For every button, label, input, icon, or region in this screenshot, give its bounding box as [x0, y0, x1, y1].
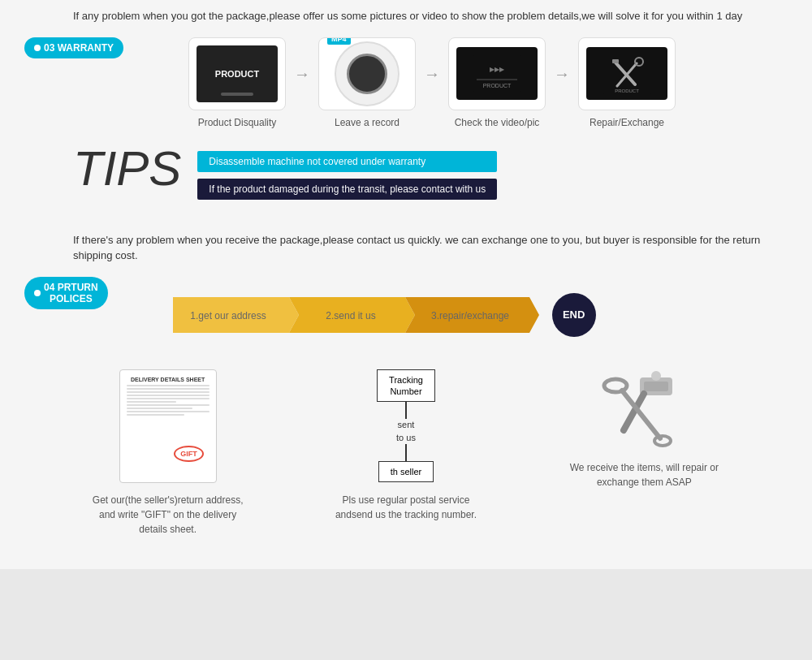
repair-image: PRODUCT	[578, 37, 676, 110]
sheet-line	[127, 391, 209, 393]
return-badge: 04 PRTURN POLICES	[24, 277, 108, 310]
svg-text:▶▶▶: ▶▶▶	[490, 66, 505, 73]
tools-svg: PRODUCT	[603, 54, 651, 94]
tracking-line-2	[405, 444, 407, 461]
product-image: PRODUCT	[188, 37, 286, 110]
step-record: MP4 Leave a record	[318, 37, 416, 128]
step-video: ▶▶▶ PRODUCT Check the video/pic	[448, 37, 546, 128]
tools-icon: PRODUCT	[586, 47, 667, 100]
step3-label: Check the video/pic	[455, 117, 540, 128]
tracking-diagram: Tracking Number sent to us th seller	[357, 369, 455, 483]
tips-title: TIPS	[73, 145, 181, 193]
warranty-badge: 03 WARRANTY	[24, 37, 123, 58]
svg-rect-6	[612, 59, 619, 63]
badge-dot	[34, 45, 41, 51]
tip2: If the product damaged during the transi…	[197, 179, 497, 200]
sheet-line	[127, 395, 209, 396]
flow-step-3-svg: 3.repair/exchange	[405, 297, 539, 333]
product-icon: PRODUCT	[197, 45, 278, 102]
tracking-item: Tracking Number sent to us th seller Pls…	[295, 369, 516, 537]
return-header: 04 PRTURN POLICES 1.get our address 2.se…	[24, 277, 788, 353]
tracking-number-box: Tracking Number	[377, 369, 435, 403]
svg-text:1.get our address: 1.get our address	[190, 310, 266, 321]
repair-svg	[599, 369, 689, 451]
flow-step-2-svg: 2.send it us	[289, 297, 415, 333]
sheet-line	[127, 398, 209, 399]
warranty-header: 03 WARRANTY PRODUCT Product Disquality →…	[24, 37, 788, 128]
tracking-label: Tracking Number	[389, 375, 423, 396]
delivery-desc: Get our(the seller's)return address, and…	[87, 493, 249, 537]
return-badge-dot	[34, 290, 41, 296]
camera-icon	[335, 41, 400, 106]
video-icon: ▶▶▶ PRODUCT	[456, 47, 538, 100]
sheet-line	[127, 404, 209, 406]
end-circle: END	[552, 293, 596, 337]
svg-text:2.send it us: 2.send it us	[326, 310, 375, 321]
svg-text:PRODUCT: PRODUCT	[615, 88, 639, 93]
sheet-line	[127, 401, 176, 403]
step-product: PRODUCT Product Disquality	[188, 37, 286, 128]
seller-box: th seller	[378, 461, 434, 482]
arrow1: →	[294, 65, 310, 84]
svg-point-21	[654, 436, 671, 446]
svg-point-22	[651, 371, 661, 381]
video-svg: ▶▶▶ PRODUCT	[473, 55, 521, 92]
camera-lens	[347, 54, 387, 94]
return-section: If there's any problem when you receive …	[0, 224, 812, 569]
tips-content: Disassemble machine not covered under wa…	[197, 145, 497, 200]
arrow2: →	[424, 65, 440, 84]
repair-desc: We receive the items, will repair or exc…	[563, 460, 725, 490]
sheet-line	[127, 414, 184, 416]
seller-label: th seller	[391, 467, 422, 477]
mp4-badge: MP4	[327, 37, 351, 45]
sheet-line	[127, 388, 209, 390]
sheet-line	[127, 385, 209, 386]
tracking-line-1	[405, 402, 407, 419]
camera-image: MP4	[318, 37, 416, 110]
repair-item: We receive the items, will repair or exc…	[533, 369, 755, 537]
svg-rect-17	[644, 382, 668, 391]
step4-label: Repair/Exchange	[590, 117, 664, 128]
return-intro: If there's any problem when you receive …	[73, 232, 788, 264]
tip1: Disassemble machine not covered under wa…	[197, 151, 497, 172]
bottom-items: DELIVERY DETAILS SHEET GIFT Get our(the …	[57, 369, 755, 537]
repair-tools-icon	[599, 369, 689, 451]
step2-label: Leave a record	[335, 117, 400, 128]
gift-badge: GIFT	[174, 446, 204, 462]
process-flow: 1.get our address 2.send it us 3.repair/…	[173, 293, 596, 337]
warranty-steps: PRODUCT Product Disquality → MP4 Leave a…	[188, 37, 676, 128]
delivery-sheet: DELIVERY DETAILS SHEET GIFT	[119, 369, 217, 483]
sheet-lines	[127, 385, 209, 416]
video-image: ▶▶▶ PRODUCT	[448, 37, 546, 110]
delivery-item: DELIVERY DETAILS SHEET GIFT Get our(the …	[57, 369, 279, 537]
sheet-line	[127, 408, 193, 409]
sheet-title: DELIVERY DETAILS SHEET	[127, 377, 209, 382]
tracking-sent: sent to us	[396, 419, 416, 444]
tips-section: TIPS Disassemble machine not covered und…	[73, 145, 739, 200]
warranty-section: If any problem when you got the package,…	[0, 0, 812, 224]
arrow3: →	[554, 65, 570, 84]
flow-step-1-svg: 1.get our address	[173, 297, 299, 333]
svg-text:3.repair/exchange: 3.repair/exchange	[431, 310, 509, 321]
warranty-intro: If any problem when you got the package,…	[73, 8, 788, 24]
step-repair: PRODUCT Repair/Exchange	[578, 37, 676, 128]
step1-label: Product Disquality	[198, 117, 277, 128]
svg-text:PRODUCT: PRODUCT	[483, 83, 512, 88]
tracking-desc: Pls use regular postal service andsend u…	[325, 493, 487, 522]
sheet-line	[127, 411, 209, 412]
